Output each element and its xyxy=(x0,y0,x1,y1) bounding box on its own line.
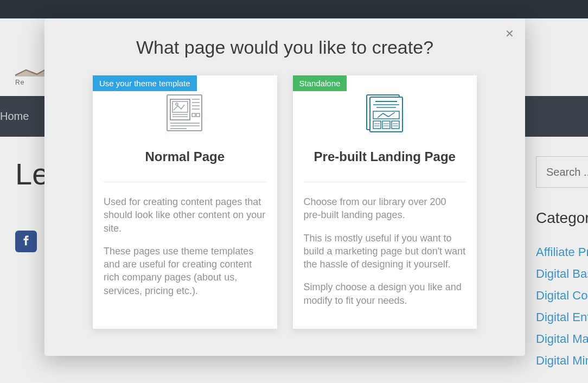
card-description: Simply choose a design you like and modi… xyxy=(304,280,466,307)
svg-rect-2 xyxy=(172,101,188,112)
badge-standalone: Standalone xyxy=(293,75,347,91)
modal-title: What page would you like to create? xyxy=(44,18,525,58)
card-description: This is mostly useful if you want to bui… xyxy=(304,232,466,271)
badge-theme-template: Use your theme template xyxy=(93,75,197,91)
close-button[interactable]: ✕ xyxy=(502,25,517,42)
close-icon: ✕ xyxy=(505,28,514,40)
landing-page-icon xyxy=(363,92,406,136)
create-page-modal: ✕ What page would you like to create? Us… xyxy=(44,18,525,356)
option-normal-page[interactable]: Use your theme template xyxy=(93,75,277,329)
svg-rect-11 xyxy=(196,113,200,117)
card-title: Normal Page xyxy=(93,136,277,182)
card-description: Used for creating content pages that sho… xyxy=(104,195,266,235)
card-description: These pages use theme templates and are … xyxy=(104,245,266,297)
svg-rect-10 xyxy=(192,113,195,117)
option-landing-page[interactable]: Standalone xyxy=(293,75,477,329)
card-title: Pre-built Landing Page xyxy=(293,136,477,182)
card-description: Choose from our library over 200 pre-bui… xyxy=(304,195,466,222)
svg-rect-16 xyxy=(370,97,402,132)
svg-point-3 xyxy=(176,103,178,105)
svg-rect-0 xyxy=(167,95,202,131)
document-page-icon xyxy=(164,92,206,136)
